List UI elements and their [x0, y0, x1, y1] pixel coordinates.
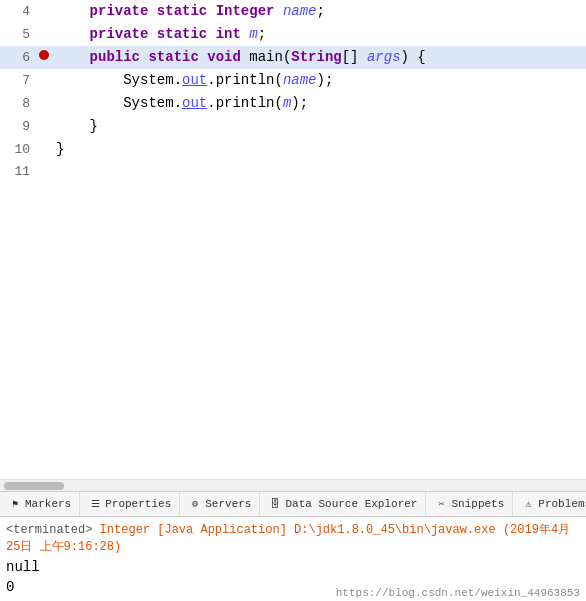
code-content: } — [52, 115, 98, 137]
terminated-line: <terminated> Integer [Java Application] … — [6, 521, 580, 555]
line-number: 8 — [0, 93, 38, 115]
console-line: null — [6, 557, 580, 577]
token-plain: ; — [258, 26, 266, 42]
token-var-italic: args — [367, 49, 401, 65]
tab-icon: ☰ — [88, 497, 102, 511]
token-out-blue: out — [182, 95, 207, 111]
tab-label: Problems — [538, 498, 586, 510]
token-plain: .println( — [207, 72, 283, 88]
line-number: 4 — [0, 1, 38, 23]
code-line: 8 System.out.println(m); — [0, 92, 586, 115]
tab-icon: ⚠ — [521, 497, 535, 511]
token-var-italic: name — [283, 3, 317, 19]
token-plain: } — [56, 141, 64, 157]
token-plain: ) { — [401, 49, 426, 65]
code-line: 6 public static void main(String[] args)… — [0, 46, 586, 69]
token-plain — [274, 3, 282, 19]
code-line: 9 } — [0, 115, 586, 138]
code-line: 11 — [0, 161, 586, 183]
line-number: 7 — [0, 70, 38, 92]
code-line: 5 private static int m; — [0, 23, 586, 46]
tab-icon: ✂ — [434, 497, 448, 511]
tab-label: Markers — [25, 498, 71, 510]
token-plain: System. — [123, 72, 182, 88]
code-line: 4 private static Integer name; — [0, 0, 586, 23]
code-content: private static int m; — [52, 23, 266, 45]
token-indent — [56, 26, 90, 42]
tab-problems[interactable]: ⚠Problems — [513, 492, 586, 516]
watermark: https://blog.csdn.net/weixin_44963853 — [336, 587, 580, 599]
token-type: int — [216, 26, 241, 42]
token-plain: ; — [316, 3, 324, 19]
token-plain — [207, 26, 215, 42]
code-content: public static void main(String[] args) { — [52, 46, 426, 68]
svg-point-0 — [39, 50, 49, 60]
breakpoint-area — [38, 46, 52, 68]
tab-markers[interactable]: ⚑Markers — [0, 492, 80, 516]
token-var-italic: name — [283, 72, 317, 88]
code-line: 7 System.out.println(name); — [0, 69, 586, 92]
line-number: 11 — [0, 161, 38, 183]
token-indent — [56, 72, 123, 88]
token-plain — [148, 3, 156, 19]
token-out-blue: out — [182, 72, 207, 88]
token-plain: ); — [316, 72, 333, 88]
token-kw: public — [90, 49, 140, 65]
token-var-italic: m — [249, 26, 257, 42]
code-editor: 4 private static Integer name;5 private … — [0, 0, 586, 491]
tab-label: Servers — [205, 498, 251, 510]
token-plain — [199, 49, 207, 65]
token-type: String — [291, 49, 341, 65]
token-kw: static — [157, 3, 207, 19]
scrollbar-thumb[interactable] — [4, 482, 64, 490]
token-plain — [148, 26, 156, 42]
tab-properties[interactable]: ☰Properties — [80, 492, 180, 516]
tab-data-source-explorer[interactable]: 🗄Data Source Explorer — [260, 492, 426, 516]
token-indent — [56, 49, 90, 65]
token-plain: } — [90, 118, 98, 134]
token-type: Integer — [216, 3, 275, 19]
code-line: 10} — [0, 138, 586, 161]
token-indent — [56, 118, 90, 134]
code-lines: 4 private static Integer name;5 private … — [0, 0, 586, 479]
token-plain: [] — [342, 49, 367, 65]
token-kw: static — [148, 49, 198, 65]
line-number: 9 — [0, 116, 38, 138]
tab-icon: 🗄 — [268, 497, 282, 511]
token-kw: private — [90, 26, 149, 42]
code-content: System.out.println(m); — [52, 92, 308, 114]
tab-label: Properties — [105, 498, 171, 510]
tab-icon: ⚑ — [8, 497, 22, 511]
tab-snippets[interactable]: ✂Snippets — [426, 492, 513, 516]
token-plain: main( — [241, 49, 291, 65]
token-plain: System. — [123, 95, 182, 111]
code-content: System.out.println(name); — [52, 69, 333, 91]
token-plain — [207, 3, 215, 19]
line-number: 10 — [0, 139, 38, 161]
line-number: 5 — [0, 24, 38, 46]
token-kw: void — [207, 49, 241, 65]
token-plain: .println( — [207, 95, 283, 111]
console-panel: <terminated> Integer [Java Application] … — [0, 517, 586, 601]
line-number: 6 — [0, 47, 38, 69]
code-content: } — [52, 138, 64, 160]
code-content: private static Integer name; — [52, 0, 325, 22]
tab-label: Snippets — [451, 498, 504, 510]
bottom-tabs-bar: ⚑Markers☰Properties⚙Servers🗄Data Source … — [0, 491, 586, 517]
token-plain: ); — [291, 95, 308, 111]
terminated-prefix: <terminated> — [6, 523, 92, 537]
token-indent — [56, 95, 123, 111]
tab-icon: ⚙ — [188, 497, 202, 511]
tab-label: Data Source Explorer — [285, 498, 417, 510]
horizontal-scrollbar[interactable] — [0, 479, 586, 491]
token-kw: static — [157, 26, 207, 42]
token-kw: private — [90, 3, 149, 19]
token-indent — [56, 3, 90, 19]
tab-servers[interactable]: ⚙Servers — [180, 492, 260, 516]
